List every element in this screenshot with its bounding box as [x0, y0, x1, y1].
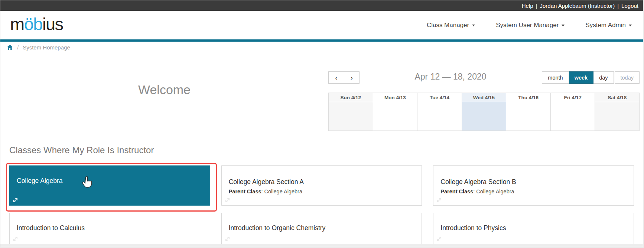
- separator: |: [536, 3, 537, 9]
- day-cell-sat[interactable]: [595, 102, 640, 131]
- day-header-tue: Tue 4/14: [417, 93, 462, 102]
- day-cell-fri[interactable]: [550, 102, 595, 131]
- expand-icon[interactable]: [436, 236, 442, 242]
- class-card-college-algebra-section-b[interactable]: College Algebra Section B Parent Class: …: [433, 165, 634, 206]
- classes-heading: Classes Where My Role Is Instructor: [9, 145, 634, 155]
- day-header-sun: Sun 4/12: [329, 93, 373, 102]
- parent-class-value: College Algebra: [264, 189, 302, 194]
- nav-system-admin[interactable]: System Admin: [585, 22, 632, 29]
- classes-section: Classes Where My Role Is Instructor Coll…: [0, 145, 643, 244]
- welcome-panel: Welcome: [0, 53, 328, 130]
- day-header-fri: Fri 4/17: [550, 93, 595, 102]
- class-card-introduction-to-physics[interactable]: Introduction to Physics: [433, 213, 634, 244]
- nav-label: System Admin: [585, 22, 626, 29]
- class-title: Introduction to Organic Chemistry: [229, 224, 415, 232]
- user-menu-link[interactable]: Jordan Applebaum (Instructor): [540, 3, 615, 9]
- nav-system-user-manager[interactable]: System User Manager: [496, 22, 565, 29]
- expand-icon[interactable]: [225, 236, 230, 242]
- day-header-mon: Mon 4/13: [373, 93, 417, 102]
- hero-section: Welcome ‹ › Apr 12 — 18, 2020 month week…: [0, 53, 643, 130]
- calendar-next-button[interactable]: ›: [344, 71, 360, 84]
- home-icon[interactable]: [7, 44, 13, 50]
- class-card-introduction-to-calculus[interactable]: Introduction to Calculus: [9, 213, 210, 244]
- view-month-button[interactable]: month: [542, 71, 569, 84]
- nav-class-manager[interactable]: Class Manager: [427, 22, 475, 29]
- calendar-toolbar: ‹ › Apr 12 — 18, 2020 month week day tod…: [328, 71, 640, 85]
- class-title: Introduction to Calculus: [17, 224, 203, 232]
- nav-label: System User Manager: [496, 22, 559, 29]
- breadcrumb-current: System Homepage: [23, 44, 70, 51]
- day-header-sat: Sat 4/18: [595, 93, 640, 102]
- header: möbius Class Manager System User Manager…: [0, 11, 643, 39]
- expand-icon[interactable]: [13, 236, 18, 242]
- logo-text: m: [10, 14, 24, 34]
- class-card-college-algebra[interactable]: College Algebra: [9, 165, 210, 206]
- parent-class-line: Parent Class: College Algebra: [229, 189, 415, 194]
- calendar-prev-button[interactable]: ‹: [328, 71, 344, 84]
- parent-separator: :: [261, 189, 264, 194]
- logo-text-accent: öb: [24, 14, 42, 34]
- parent-class-line: Parent Class: College Algebra: [440, 189, 627, 194]
- page-bottom-strip: [0, 244, 643, 247]
- calendar-body-row: [329, 102, 640, 131]
- expand-icon[interactable]: [436, 197, 442, 203]
- system-homepage: Help | Jordan Applebaum (Instructor) | L…: [0, 0, 643, 247]
- help-link[interactable]: Help: [522, 3, 533, 9]
- parent-class-label: Parent Class: [229, 189, 261, 194]
- class-title: Introduction to Physics: [440, 224, 627, 232]
- chevron-down-icon: [472, 25, 475, 26]
- breadcrumb-separator: /: [17, 44, 19, 51]
- main-nav: Class Manager System User Manager System…: [427, 22, 632, 29]
- breadcrumb: / System Homepage: [0, 42, 643, 53]
- day-cell-thu[interactable]: [506, 102, 551, 131]
- highlight-ring: [6, 163, 217, 212]
- logo-text: ius: [42, 14, 63, 34]
- parent-class-label: Parent Class: [440, 189, 473, 194]
- chevron-down-icon: [562, 25, 565, 26]
- day-cell-wed-today[interactable]: [462, 102, 506, 131]
- week-calendar: Sun 4/12 Mon 4/13 Tue 4/14 Wed 4/15 Thu …: [328, 93, 640, 131]
- expand-icon[interactable]: [13, 197, 18, 203]
- today-button[interactable]: today: [615, 71, 640, 84]
- day-cell-sun[interactable]: [329, 102, 373, 131]
- view-week-button[interactable]: week: [569, 71, 593, 84]
- class-title: College Algebra Section A: [229, 178, 415, 186]
- class-title: College Algebra Section B: [440, 178, 627, 186]
- day-header-wed: Wed 4/15: [462, 93, 506, 102]
- day-cell-mon[interactable]: [373, 102, 417, 131]
- parent-class-value: College Algebra: [476, 189, 514, 194]
- calendar-widget: ‹ › Apr 12 — 18, 2020 month week day tod…: [328, 53, 640, 130]
- chevron-down-icon: [629, 25, 632, 26]
- view-day-button[interactable]: day: [593, 71, 614, 84]
- calendar-header-row: Sun 4/12 Mon 4/13 Tue 4/14 Wed 4/15 Thu …: [329, 93, 640, 102]
- mobius-logo[interactable]: möbius: [10, 15, 63, 33]
- class-card-introduction-to-organic-chemistry[interactable]: Introduction to Organic Chemistry: [221, 213, 422, 244]
- page-title: Welcome: [0, 83, 328, 97]
- separator: |: [617, 3, 619, 9]
- logout-link[interactable]: Logout: [621, 3, 638, 9]
- calendar-title: Apr 12 — 18, 2020: [395, 72, 506, 82]
- class-title: College Algebra: [17, 177, 203, 185]
- class-card-college-algebra-section-a[interactable]: College Algebra Section A Parent Class: …: [221, 165, 422, 206]
- class-card-grid: College Algebra College Algebra Section …: [9, 165, 634, 244]
- expand-icon[interactable]: [225, 197, 230, 203]
- day-header-thu: Thu 4/16: [506, 93, 551, 102]
- day-cell-tue[interactable]: [417, 102, 462, 131]
- calendar-view-switcher: month week day today: [542, 71, 640, 84]
- utility-bar: Help | Jordan Applebaum (Instructor) | L…: [0, 0, 643, 11]
- nav-label: Class Manager: [427, 22, 469, 29]
